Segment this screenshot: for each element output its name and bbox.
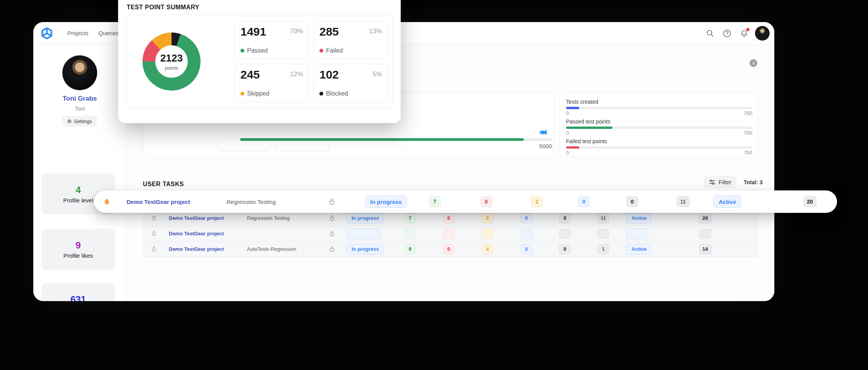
metric-track <box>566 146 752 149</box>
help-icon[interactable] <box>722 29 732 38</box>
metric-tests-created: Tests created 0750 <box>566 99 752 116</box>
stat-label: Blocked <box>326 90 348 97</box>
task-status-badge <box>626 228 648 239</box>
flame-icon <box>143 215 165 221</box>
passed-badge <box>404 229 416 239</box>
unlock-icon <box>328 198 335 206</box>
test-plan: AutoTests-Regression <box>247 246 296 252</box>
profile-username: Toni <box>33 106 126 112</box>
donut-total: 2123 <box>160 52 183 64</box>
all-badge: 14 <box>699 244 711 254</box>
donut-total-label: points <box>165 65 178 71</box>
metric-min: 0 <box>566 110 569 116</box>
task-status-badge: Active <box>714 195 741 208</box>
nav-item-projects[interactable]: Projects <box>67 22 88 45</box>
settings-button[interactable]: ⚙ Settings <box>62 116 97 127</box>
popup-title: TEST POINT SUMMARY <box>127 4 199 11</box>
stat-label: Skipped <box>247 90 269 97</box>
project-link[interactable]: Demo TestGear project <box>169 231 224 236</box>
metric-max: 750 <box>744 110 752 116</box>
stat-blocked: 102 5% Blocked <box>314 64 388 102</box>
settings-button-label: Settings <box>74 118 92 124</box>
filter-tune-icon <box>709 179 715 185</box>
test-point-summary-popup: TEST POINT SUMMARY 2123 points 1491 70% … <box>118 0 401 123</box>
status-dot <box>319 49 323 53</box>
stat-percent: 70% <box>290 27 303 35</box>
xp-max-label: 5000 <box>498 143 552 149</box>
in-progress-badge: 0 <box>521 213 532 223</box>
search-icon[interactable] <box>705 29 715 38</box>
status-dot <box>240 92 244 96</box>
xp-progress-track <box>240 138 552 141</box>
metric-label: Failed test points <box>566 138 752 144</box>
passed-badge: 7 <box>404 213 416 223</box>
total-count: Total: 3 <box>744 179 763 185</box>
fish-icon <box>539 129 548 136</box>
stat-percent: 5% <box>372 70 382 78</box>
task-status-badge: Active <box>626 213 652 224</box>
days-value: 631 <box>70 294 86 301</box>
profile-avatar[interactable] <box>62 55 97 90</box>
notification-dot <box>746 28 750 31</box>
info-icon[interactable]: i <box>750 59 757 67</box>
stat-card-profile-likes[interactable]: 9 Profile likes <box>41 229 115 270</box>
metric-min: 0 <box>566 150 569 156</box>
metric-track <box>566 107 752 109</box>
status-badge: In progress <box>347 244 384 255</box>
nav-item-queries[interactable]: Queries <box>98 22 119 45</box>
metric-min: 0 <box>566 130 569 136</box>
stat-skipped: 245 12% Skipped <box>235 64 309 102</box>
project-link[interactable]: Demo TestGear project <box>169 246 224 252</box>
page-background: Projects Queries Toni Grabs Toni ⚙ Setti… <box>0 0 868 370</box>
metric-failed-points: Failed test points 0750 <box>566 138 752 156</box>
profile-likes-label: Profile likes <box>63 252 93 259</box>
unlock-icon <box>321 246 343 252</box>
task-status-badge: Active <box>626 244 652 255</box>
blocked-badge: 0 <box>626 196 638 207</box>
table-row[interactable]: Demo TestGear project <box>143 226 758 242</box>
metric-label: Tests created <box>566 99 752 105</box>
all-badge: 20 <box>699 213 711 223</box>
nav-avatar[interactable] <box>755 26 770 41</box>
popup-card: 2123 points 1491 70% Passed 285 13% Fail… <box>126 15 393 108</box>
unlock-icon <box>321 230 343 237</box>
project-link[interactable]: Demo TestGear project <box>169 215 224 221</box>
profile-name[interactable]: Toni Grabs <box>33 95 126 103</box>
no-results-badge: 11 <box>597 213 609 223</box>
table-row[interactable]: Demo TestGear project Regression Testing… <box>143 211 758 226</box>
no-results-badge: 1 <box>597 244 609 254</box>
stat-label: Failed <box>326 47 343 54</box>
metrics-card: Tests created 0750 Passed test points 07… <box>559 93 758 157</box>
floating-task-row[interactable]: Demo TestGear project Regression Testing… <box>94 190 837 213</box>
filter-button-label: Filter <box>719 179 731 185</box>
skipped-badge: 4 <box>482 244 493 254</box>
blocked-badge: 0 <box>559 244 571 254</box>
profile-level-label: Profile level <box>63 197 93 204</box>
metric-fill <box>566 146 579 149</box>
in-progress-badge: 0 <box>521 244 532 254</box>
filter-button[interactable]: Filter <box>703 176 737 188</box>
table-row[interactable]: Demo TestGear project AutoTests-Regressi… <box>143 242 758 257</box>
metric-track <box>566 127 752 129</box>
skipped-badge <box>482 229 493 239</box>
project-link[interactable]: Demo TestGear project <box>127 199 190 205</box>
failed-badge: 0 <box>480 196 492 207</box>
profile-likes-value: 9 <box>75 240 81 251</box>
passed-badge: 9 <box>404 244 416 254</box>
all-badge: 20 <box>803 196 817 207</box>
blocked-badge: 0 <box>559 213 571 223</box>
metric-fill <box>566 107 579 109</box>
metric-passed-points: Passed test points 0750 <box>566 118 752 136</box>
stat-card-days[interactable]: 631 Days with TestGear <box>41 283 115 301</box>
in-progress-badge: 0 <box>578 196 590 207</box>
testgear-logo-icon[interactable] <box>40 27 53 40</box>
xp-progress-fill <box>240 138 524 141</box>
flame-icon <box>143 230 165 237</box>
metric-fill <box>566 127 612 129</box>
sidebar: Toni Grabs Toni ⚙ Settings 4 Profile lev… <box>33 45 126 301</box>
flame-icon <box>143 246 165 252</box>
status-badge: In progress <box>365 195 407 208</box>
notifications-bell-icon[interactable] <box>739 29 749 38</box>
status-dot <box>240 49 244 53</box>
skipped-badge: 2 <box>531 196 543 207</box>
